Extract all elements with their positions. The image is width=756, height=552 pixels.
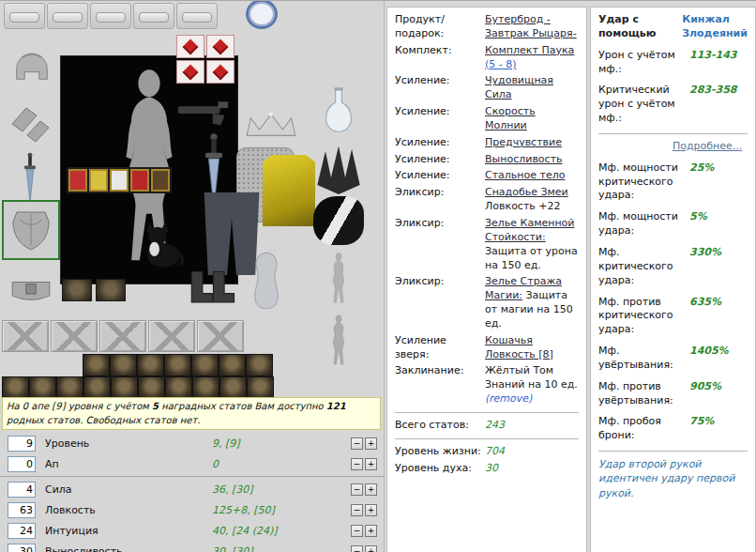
skull-trophy-icon[interactable] (165, 376, 192, 399)
item-link[interactable]: Предчувствие (485, 136, 562, 148)
info-label: Усиление: (395, 153, 485, 167)
weapon-slot-row (2, 320, 244, 352)
belt-slot-icon[interactable] (130, 169, 149, 192)
skull-trophy-icon[interactable] (247, 376, 274, 399)
crown-icon[interactable] (240, 106, 302, 144)
skull-trophy-icon[interactable] (246, 354, 273, 376)
crossed-swords-slot-icon[interactable] (148, 320, 195, 352)
belt-slot-icon[interactable] (151, 169, 170, 192)
level-input[interactable] (8, 436, 36, 452)
belt-armor-icon[interactable] (4, 266, 58, 320)
agility-input[interactable] (8, 502, 36, 518)
scroll-slot-icon[interactable] (176, 3, 218, 29)
stat-increase-button[interactable]: + (365, 504, 377, 516)
stat-decrease-button[interactable]: − (351, 458, 363, 470)
skull-trophy-icon[interactable] (192, 376, 219, 399)
stat-increase-button[interactable]: + (365, 437, 377, 450)
remove-link[interactable]: (remove) (485, 392, 532, 405)
stat-increase-button[interactable]: + (365, 525, 377, 537)
charm-icon[interactable] (62, 279, 92, 301)
ring-icon[interactable] (176, 60, 204, 84)
skull-trophy-icon[interactable] (219, 354, 246, 376)
item-link[interactable]: Скорость Молнии (485, 105, 536, 131)
shirt-icon[interactable] (263, 155, 315, 226)
crossed-swords-slot-icon[interactable] (2, 320, 49, 352)
crossed-swords-slot-icon[interactable] (51, 320, 98, 352)
item-link[interactable]: Выносливость (485, 153, 563, 165)
item-link[interactable]: Комплект Паука (485, 44, 574, 56)
stat-decrease-button[interactable]: − (351, 525, 363, 537)
separator (598, 133, 748, 134)
details-link[interactable]: Подробнее... (673, 140, 742, 152)
skull-trophy-icon[interactable] (137, 354, 164, 376)
strength-input[interactable] (8, 482, 36, 498)
charm-icon[interactable] (96, 279, 126, 301)
stat-increase-button[interactable]: + (365, 458, 377, 470)
skull-trophy-icon[interactable] (191, 354, 219, 376)
claws-icon[interactable] (313, 142, 364, 194)
dagger-icon[interactable] (13, 151, 47, 206)
crit-damage-value: 283-358 (689, 84, 748, 126)
weapon-name-link[interactable]: Кинжал Злодеяний (682, 13, 748, 41)
skull-trophy-icon[interactable] (56, 376, 83, 399)
scroll-slot-icon[interactable] (47, 3, 88, 29)
item-link[interactable]: Стальное тело (485, 169, 565, 181)
crossed-swords-slot-icon[interactable] (99, 320, 146, 352)
skull-trophy-icon[interactable] (164, 354, 191, 376)
belt-slot-icon[interactable] (68, 169, 87, 192)
mod-row: Мф. мощности удара:5% (598, 210, 748, 238)
skull-trophy-icon[interactable] (2, 376, 29, 399)
ghost-icon[interactable] (236, 238, 296, 322)
stat-increase-button[interactable]: + (365, 545, 377, 552)
ring-icon[interactable] (206, 35, 234, 58)
stat-row-strength: Сила 36, [30] −+ (0, 479, 385, 499)
skull-trophy-icon[interactable] (111, 376, 138, 399)
statue-icon[interactable] (317, 249, 360, 309)
helmet-icon[interactable] (8, 37, 56, 91)
ap-input[interactable] (8, 456, 36, 472)
fur-pelt-icon[interactable] (313, 196, 364, 245)
bracers-icon[interactable] (6, 97, 54, 149)
stat-decrease-button[interactable]: − (351, 504, 363, 516)
endurance-input[interactable] (8, 544, 36, 552)
skull-trophy-icon[interactable] (83, 376, 111, 399)
item-link[interactable]: Зелье Каменной Стойкости: (485, 217, 574, 243)
ring-icon[interactable] (206, 60, 234, 84)
item-link[interactable]: Бутерброд - Завтрак Рыцаря- (485, 13, 577, 39)
skull-trophy-icon[interactable] (219, 376, 247, 399)
scroll-slot-icon[interactable] (4, 3, 45, 29)
item-link[interactable]: Снадобье Змеи (485, 186, 568, 198)
statue-icon[interactable] (317, 311, 360, 371)
scroll-slot-icon[interactable] (133, 3, 174, 29)
item-link[interactable]: Кошачья Ловкость [8] (485, 334, 553, 360)
stat-value: 40, [24 (24)] (212, 525, 334, 537)
belt-slot-icon[interactable] (89, 169, 108, 192)
skull-trophy-icon[interactable] (138, 376, 165, 399)
info-row: Усиление:Скорость Молнии (395, 105, 579, 133)
stat-increase-button[interactable]: + (365, 483, 377, 496)
guild-emblem-icon[interactable] (246, 0, 278, 29)
item-blue-link[interactable]: (5 - 8) (485, 58, 517, 70)
mod-value: 1405% (689, 345, 748, 373)
belt-slot-icon[interactable] (110, 169, 129, 192)
note-text: наградных статов Вам доступно (159, 401, 326, 411)
skull-trophy-icon[interactable] (83, 354, 110, 376)
boots-icon[interactable] (180, 260, 240, 318)
ring-icon[interactable] (176, 35, 204, 58)
stat-decrease-button[interactable]: − (351, 437, 363, 450)
chest-armor-icon[interactable] (2, 200, 60, 260)
mod-row: Мф. против критического удара:635% (598, 296, 748, 338)
potion-flask-icon[interactable] (315, 84, 362, 140)
pistol-icon[interactable] (174, 93, 236, 130)
info-row: Эликсир:Зелье Каменной Стойкости: Защита… (395, 217, 579, 272)
intuition-input[interactable] (8, 523, 36, 539)
info-label: Усиление: (395, 136, 485, 150)
skull-trophy-icon[interactable] (29, 376, 56, 399)
item-link[interactable]: Чудовищная Сила (485, 74, 553, 100)
stat-decrease-button[interactable]: − (351, 545, 363, 552)
cat-pet-icon[interactable] (133, 217, 186, 271)
scroll-slot-icon[interactable] (90, 3, 131, 29)
skull-trophy-icon[interactable] (110, 354, 137, 376)
crossed-swords-slot-icon[interactable] (197, 320, 244, 352)
stat-decrease-button[interactable]: − (351, 483, 363, 496)
